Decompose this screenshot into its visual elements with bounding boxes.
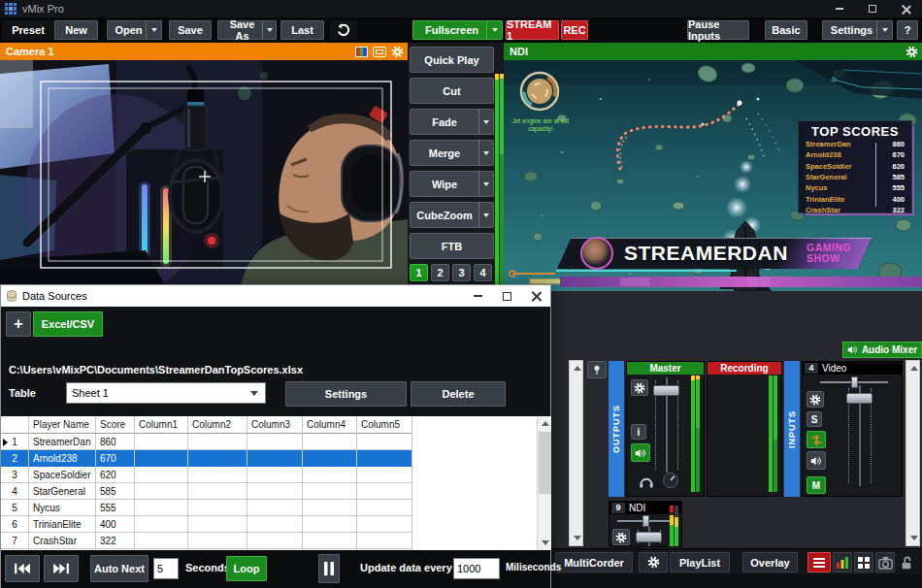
overlay-4-button[interactable]: 4 (474, 264, 492, 281)
row-header-cell[interactable]: 6 (1, 516, 29, 533)
master-gear-button[interactable] (631, 379, 648, 396)
save-as-dropdown[interactable] (262, 21, 276, 39)
grid-header-cell[interactable]: Column3 (247, 416, 303, 434)
grid-cell[interactable] (303, 483, 357, 500)
new-button[interactable]: New (54, 20, 98, 40)
grid-header-cell[interactable]: Column2 (188, 416, 247, 434)
grid-cell[interactable]: 860 (96, 434, 135, 450)
grid-cell[interactable] (303, 500, 357, 516)
input4-gear-button[interactable] (807, 391, 824, 408)
overlay-button[interactable]: Overlay (742, 552, 798, 572)
grid-cell[interactable] (247, 434, 303, 450)
pan-handle[interactable] (642, 515, 649, 527)
sheet-select[interactable]: Sheet 1 (66, 382, 266, 404)
overlay-1-button[interactable]: 1 (410, 264, 428, 281)
grid-row[interactable]: 6 TrinianElite 400 (1, 516, 551, 533)
grid-cell[interactable] (357, 467, 412, 483)
grid-cell[interactable] (247, 450, 303, 467)
transition-fade-button[interactable]: Fade (410, 109, 494, 135)
grid-corner-cell[interactable] (1, 416, 29, 434)
input4-fader[interactable] (843, 385, 876, 486)
input4-solo-button[interactable]: S (807, 411, 822, 427)
preview-output[interactable]: NDI (504, 43, 922, 291)
master-fader[interactable] (650, 377, 683, 473)
grid-cell[interactable] (135, 500, 188, 516)
grid-cell[interactable]: Arnold238 (29, 450, 96, 467)
grid-row[interactable]: 7 CrashStar 322 (1, 533, 551, 549)
scroll-up-icon[interactable] (538, 416, 551, 431)
pause-button[interactable] (318, 554, 340, 583)
transition-ftb-button[interactable]: FTB (410, 233, 494, 259)
dialog-maximize-button[interactable] (492, 285, 521, 307)
source-settings-button[interactable]: Settings (285, 381, 407, 407)
dialog-close-button[interactable] (521, 285, 550, 307)
scroll-down-icon[interactable] (570, 531, 584, 545)
fullscreen-button[interactable]: Fullscreen (412, 20, 503, 40)
scroll-up-icon[interactable] (570, 361, 584, 376)
fullscreen-dropdown[interactable] (486, 21, 502, 39)
grid-cell[interactable]: 585 (96, 483, 135, 500)
grid-header-cell[interactable]: Column1 (135, 416, 188, 434)
excel-csv-button[interactable]: Excel/CSV (33, 311, 103, 337)
grid-cell[interactable] (188, 500, 247, 516)
grid-cell[interactable] (357, 500, 412, 516)
layout-grid-button[interactable] (854, 552, 873, 572)
settings-dropdown[interactable] (876, 21, 892, 39)
row-header-cell[interactable]: 5 (1, 500, 29, 516)
snapshot-button[interactable] (875, 552, 895, 572)
grid-cell[interactable] (188, 516, 247, 533)
transition-merge-button[interactable]: Merge (410, 140, 494, 166)
grid-cell[interactable]: 555 (96, 500, 135, 516)
transition-wipe-button[interactable]: Wipe (410, 171, 494, 197)
grid-row[interactable]: 4 StarGeneral 585 (1, 483, 551, 500)
grid-cell[interactable] (135, 516, 188, 533)
grid-cell[interactable] (303, 467, 357, 483)
multicorder-button[interactable]: MultiCorder (555, 552, 633, 572)
grid-cell[interactable] (135, 533, 188, 549)
grid-cell[interactable] (247, 500, 303, 516)
last-button[interactable]: Last (280, 20, 324, 40)
grid-cell[interactable] (303, 450, 357, 467)
grid-cell[interactable] (135, 467, 188, 483)
grid-cell[interactable] (303, 516, 357, 533)
fade-dropdown[interactable] (478, 110, 493, 134)
grid-cell[interactable] (135, 434, 188, 450)
wipe-dropdown[interactable] (478, 172, 493, 196)
input4-fader-handle[interactable] (846, 393, 873, 404)
grid-cell[interactable] (188, 483, 247, 500)
grid-cell[interactable]: TrinianElite (29, 516, 96, 533)
pin-button[interactable] (587, 361, 607, 378)
input9-pan-slider[interactable] (617, 515, 672, 527)
grid-cell[interactable]: 322 (96, 533, 135, 549)
maximize-button[interactable] (858, 0, 887, 17)
grid-cell[interactable]: StreamerDan (29, 434, 96, 450)
grid-cell[interactable] (135, 483, 188, 500)
pause-inputs-button[interactable]: Pause Inputs (687, 20, 749, 40)
grid-cell[interactable] (247, 516, 303, 533)
scroll-down-icon[interactable] (906, 531, 921, 545)
save-button[interactable]: Save (169, 20, 212, 40)
headphones-icon[interactable] (639, 474, 654, 489)
auto-next-button[interactable]: Auto Next (90, 555, 148, 582)
scrollbar-thumb[interactable] (539, 432, 551, 494)
update-interval-input[interactable] (453, 558, 500, 579)
row-header-cell[interactable]: 1 (1, 434, 29, 450)
row-header-cell[interactable]: 2 (1, 450, 29, 467)
input4-mute-button[interactable]: M (807, 476, 826, 494)
grid-cell[interactable]: 620 (96, 467, 135, 483)
monitor-icon[interactable] (373, 47, 386, 57)
lock-button[interactable] (897, 552, 916, 572)
stream-button[interactable]: STREAM 1 (506, 20, 559, 40)
grid-cell[interactable]: 400 (96, 516, 135, 533)
grid-header-cell[interactable]: Column4 (303, 416, 357, 434)
cubezoom-dropdown[interactable] (478, 203, 493, 227)
gear-icon[interactable] (391, 46, 404, 58)
grid-cell[interactable] (357, 483, 412, 500)
preset-button[interactable]: Preset (2, 20, 54, 40)
mixer-scrollbar-right[interactable] (906, 360, 920, 546)
minimize-button[interactable] (825, 0, 854, 17)
interval-input[interactable] (153, 558, 179, 579)
undo-button[interactable] (330, 20, 357, 40)
record-button[interactable]: REC (561, 20, 588, 40)
input9-fader[interactable] (633, 527, 666, 546)
